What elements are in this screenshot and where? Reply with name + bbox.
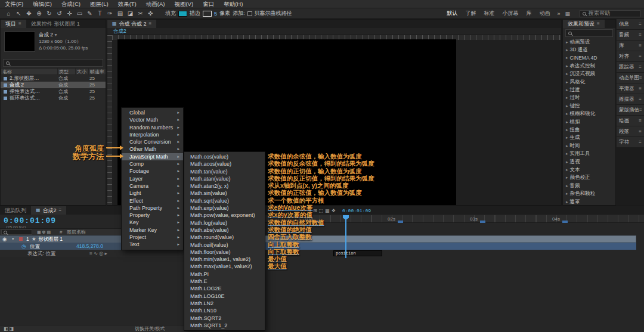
docked-panel-tab[interactable]: 绘画 ≡: [617, 116, 644, 126]
expression-menu-item[interactable]: Effect ▸: [122, 197, 183, 204]
docked-panel-tab[interactable]: 摇摆器 ≡: [617, 94, 644, 104]
twirl-icon[interactable]: ▸: [566, 88, 568, 92]
rotation-tool[interactable]: ↺: [54, 8, 64, 18]
composition-navigator-item[interactable]: 合成2: [113, 28, 126, 35]
help-search-input[interactable]: 搜索帮助: [580, 10, 640, 17]
effects-category[interactable]: ▸ 动画预设: [563, 38, 615, 46]
effects-category[interactable]: ▸ 生成: [563, 134, 615, 142]
math-function-item[interactable]: Math.E: [184, 278, 265, 285]
effects-category[interactable]: ▸ 颜色校正: [563, 174, 615, 182]
math-function-item[interactable]: Math.atan(value): [184, 175, 265, 182]
effects-category[interactable]: ▸ 过时: [563, 94, 615, 102]
project-column-header[interactable]: 大小: [75, 69, 88, 75]
math-function-item[interactable]: Math.pow(value, exponent): [184, 212, 265, 219]
label-color-chip[interactable]: [4, 77, 7, 80]
panel-menu-icon[interactable]: ≡: [639, 118, 642, 123]
timeline-bottom-icons[interactable]: ◧◨: [4, 325, 15, 332]
bezier-path-label[interactable]: 贝塞尔曲线路径: [255, 10, 292, 17]
expression-menu-item[interactable]: Color Conversion ▸: [122, 138, 183, 145]
panel-menu-icon[interactable]: ≡: [639, 129, 642, 134]
position-value[interactable]: 418.5,278.0: [76, 243, 103, 250]
stroke-label[interactable]: 描边: [190, 10, 200, 17]
twirl-icon[interactable]: ▸: [566, 200, 568, 204]
project-search-input[interactable]: [3, 59, 103, 67]
stroke-width-value[interactable]: 5: [214, 11, 217, 17]
math-function-item[interactable]: Math.SQRT2: [184, 315, 265, 322]
math-function-item[interactable]: Math.LOG2E: [184, 285, 265, 292]
project-column-header[interactable]: 类型: [57, 69, 75, 75]
docked-panel-tab[interactable]: 音频 ≡: [617, 30, 644, 40]
layer-label-chip[interactable]: [19, 237, 23, 241]
puppet-pin-tool[interactable]: ✜: [145, 8, 156, 18]
project-item-row[interactable]: 循环表达式… 合成 25: [1, 95, 106, 101]
tab-effect-controls[interactable]: 效果控件 形状图层 1: [26, 20, 85, 28]
project-column-header[interactable]: 名称: [1, 69, 57, 75]
tab-effects-presets[interactable]: 效果和预设 ≡: [563, 20, 605, 28]
menubar-item[interactable]: 动画(A): [141, 0, 170, 8]
math-function-item[interactable]: Math.sqrt(value): [184, 197, 265, 204]
twirl-icon[interactable]: ▸: [566, 120, 568, 125]
panel-menu-icon[interactable]: ≡: [59, 206, 62, 215]
project-column-header[interactable]: 帧速率: [88, 69, 104, 75]
effects-category[interactable]: ▸ 3D 通道: [563, 46, 615, 54]
effects-category[interactable]: ▸ 透视: [563, 158, 615, 166]
twirl-icon[interactable]: ▸: [566, 111, 568, 116]
twirl-icon[interactable]: ▸: [566, 64, 568, 69]
twirl-icon[interactable]: ▸: [566, 151, 568, 156]
twirl-down-icon[interactable]: ▾: [12, 235, 14, 243]
expression-menu-item[interactable]: Property ▸: [122, 212, 183, 219]
tab-composition[interactable]: ▦ 合成 合成 2 ≡: [107, 20, 156, 28]
stroke-color-swatch[interactable]: [203, 11, 212, 17]
math-function-item[interactable]: Math.LN2: [184, 300, 265, 307]
math-function-item[interactable]: Math.round(value): [184, 234, 265, 241]
fill-color-swatch[interactable]: [178, 11, 187, 17]
docked-panel-tab[interactable]: 蒙版插值 ≡: [617, 105, 644, 115]
eraser-tool[interactable]: ◪: [125, 8, 135, 18]
panel-menu-icon[interactable]: ≡: [639, 64, 642, 70]
workspace-tab[interactable]: 默认: [447, 10, 457, 17]
effects-category[interactable]: ▸ 模糊和锐化: [563, 110, 615, 118]
layer-name[interactable]: 形状图层 1: [38, 235, 63, 243]
twirl-icon[interactable]: ▸: [566, 175, 568, 180]
math-function-item[interactable]: Math.floor(value): [184, 249, 265, 256]
math-function-item[interactable]: Math.ceil(value): [184, 241, 265, 249]
project-item-row[interactable]: 2.形状图层… 合成 25: [1, 75, 106, 82]
twirl-icon[interactable]: ▸: [566, 184, 568, 188]
twirl-icon[interactable]: ▸: [566, 167, 568, 172]
docked-panel-tab[interactable]: 平滑器 ≡: [617, 83, 644, 94]
expression-menu-item[interactable]: Vector Math ▸: [122, 116, 183, 123]
math-function-item[interactable]: Math.LOG10E: [184, 293, 265, 300]
twirl-icon[interactable]: ▸: [566, 48, 568, 52]
toggle-switches-modes-button[interactable]: 切换开关/模式: [135, 325, 165, 332]
math-function-item[interactable]: Math.LN10: [184, 307, 265, 314]
menubar-item[interactable]: 图层(L): [85, 0, 113, 8]
menubar-item[interactable]: 视图(V): [169, 0, 198, 8]
menubar-item[interactable]: 帮助(H): [219, 0, 247, 8]
label-color-chip[interactable]: [4, 97, 7, 100]
current-time-display[interactable]: 0:00:01:09: [4, 216, 56, 225]
expression-menu-item[interactable]: Marker Key ▸: [122, 226, 183, 234]
math-function-item[interactable]: Math.exp(value): [184, 204, 265, 212]
math-function-item[interactable]: Math.acos(value): [184, 160, 265, 167]
effects-category[interactable]: ▸ 沉浸式视频: [563, 70, 615, 78]
stopwatch-icon[interactable]: ◷: [21, 243, 26, 250]
twirl-icon[interactable]: ▸: [566, 80, 568, 85]
project-item-row[interactable]: 弹性表达式… 合成 25: [1, 88, 106, 95]
expression-menu-item[interactable]: Path Property ▸: [122, 204, 183, 212]
twirl-icon[interactable]: ▸: [566, 72, 568, 76]
eye-icon[interactable]: ◉: [2, 235, 7, 243]
selection-tool[interactable]: ↖: [14, 8, 24, 18]
project-item-row[interactable]: 合成 2 合成 25: [1, 82, 106, 88]
effects-category[interactable]: ▸ 键控: [563, 102, 615, 110]
expression-menu-item[interactable]: Footage ▸: [122, 167, 183, 175]
orbit-camera-tool[interactable]: ↻: [44, 8, 54, 18]
zoom-tool[interactable]: ⊕: [34, 8, 44, 18]
math-function-item[interactable]: Math.max(value1, value2): [184, 263, 265, 270]
menubar-item[interactable]: 编辑(E): [28, 0, 57, 8]
math-function-item[interactable]: Math.cos(value): [184, 153, 265, 160]
expression-menu-item[interactable]: JavaScript Math ▸: [122, 153, 183, 160]
effects-category[interactable]: ▸ 时间: [563, 142, 615, 150]
panel-menu-icon[interactable]: ≡: [639, 139, 642, 145]
panel-menu-icon[interactable]: ≡: [639, 75, 642, 80]
math-function-item[interactable]: Math.atan2(y, x): [184, 182, 265, 190]
